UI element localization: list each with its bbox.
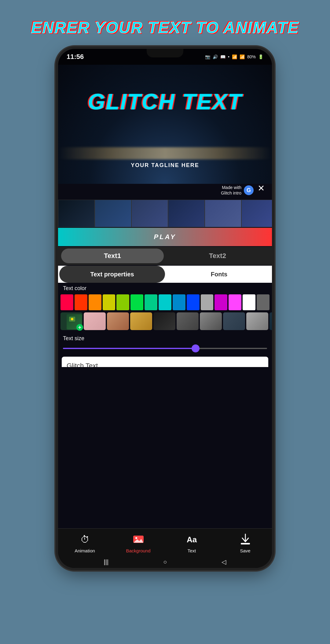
tab-fonts[interactable]: Fonts	[166, 266, 272, 283]
thumb-1[interactable]	[58, 200, 95, 227]
status-time: 11:56	[67, 53, 84, 61]
wifi-icon: 📶	[232, 54, 237, 59]
play-bar[interactable]: PLAY	[58, 228, 272, 246]
save-icon	[239, 533, 252, 546]
nav-text[interactable]: Aa Text	[174, 533, 210, 553]
color-swatch-blue[interactable]	[187, 294, 200, 310]
color-row-1	[61, 293, 270, 311]
texture-teal[interactable]	[270, 312, 272, 330]
book-icon: 📖	[220, 54, 226, 59]
color-swatch-green[interactable]	[130, 294, 143, 310]
texture-rose[interactable]	[84, 312, 106, 330]
watermark-text: Made withGlitch intro	[221, 185, 241, 196]
texture-gold[interactable]	[130, 312, 152, 330]
glitch-title: GLITCH TEXT	[58, 89, 272, 114]
texture-row: +	[61, 311, 270, 331]
status-icons: 📷 🔊 📖 • 📶 📶 80% 🔋	[205, 54, 263, 59]
back-button[interactable]: |||	[104, 558, 109, 566]
color-swatch-cyan-green[interactable]	[145, 294, 157, 310]
nav-save-label: Save	[240, 548, 250, 553]
animation-icon: ⏱	[78, 533, 92, 546]
texture-copper[interactable]	[107, 312, 129, 330]
svg-point-2	[135, 537, 137, 539]
add-circle-icon: +	[76, 324, 83, 331]
texture-gray1[interactable]	[177, 312, 199, 330]
text-size-label: Text size	[63, 335, 84, 342]
nav-save[interactable]: Save	[227, 533, 264, 553]
thumb-3[interactable]	[131, 200, 168, 227]
color-swatch-white[interactable]	[243, 294, 255, 310]
battery-text: 80%	[247, 54, 256, 59]
thumb-5[interactable]	[205, 200, 241, 227]
texture-gray2[interactable]	[200, 312, 222, 330]
city-lights	[58, 147, 272, 159]
screen: 11:56 📷 🔊 📖 • 📶 📶 80% 🔋 GLITCH TEXT YOUR…	[58, 49, 272, 568]
nav-animation-label: Animation	[75, 548, 95, 553]
empty-area	[58, 367, 272, 528]
background-icon	[132, 533, 145, 546]
phone-frame: 11:56 📷 🔊 📖 • 📶 📶 80% 🔋 GLITCH TEXT YOUR…	[58, 49, 272, 568]
home-button[interactable]: ○	[163, 558, 167, 566]
thumb-2[interactable]	[95, 200, 131, 227]
texture-silver[interactable]	[246, 312, 268, 330]
close-button[interactable]: ✕	[258, 183, 265, 193]
color-swatch-orange[interactable]	[89, 294, 101, 310]
slider-track	[63, 348, 267, 349]
header-title: ENRER YOUR TEXT TO ANIMATE	[25, 18, 305, 37]
sound-icon: 🔊	[213, 54, 218, 59]
tab-text1[interactable]: Text1	[61, 249, 164, 263]
thumb-6[interactable]	[241, 200, 272, 227]
color-swatch-sky[interactable]	[173, 294, 185, 310]
color-swatch-magenta[interactable]	[229, 294, 241, 310]
nav-background-label: Background	[126, 548, 150, 553]
color-swatch-dark-gray[interactable]	[257, 294, 270, 310]
recents-button[interactable]: ◁	[222, 558, 226, 566]
slider-thumb[interactable]	[192, 344, 200, 352]
android-nav: ||| ○ ◁	[58, 556, 272, 568]
prop-tabs: Text properties Fonts	[58, 266, 272, 283]
text-size-slider[interactable]	[63, 344, 267, 353]
texture-dark[interactable]	[153, 312, 175, 330]
color-swatch-lime[interactable]	[116, 294, 129, 310]
color-swatch-gray[interactable]	[201, 294, 214, 310]
signal-icon: 📶	[240, 54, 245, 59]
dot-icon: •	[228, 54, 229, 59]
slider-fill	[63, 348, 196, 349]
nav-background[interactable]: Background	[120, 533, 157, 553]
preview-area: GLITCH TEXT YOUR TAGLINE HERE	[58, 65, 272, 184]
texture-dark-blue[interactable]	[223, 312, 245, 330]
text-tabs: Text1 Text2	[58, 247, 272, 265]
battery-icon: 🔋	[258, 54, 263, 59]
photo-icon: 📷	[205, 54, 210, 59]
watermark: Made withGlitch intro G	[221, 185, 254, 196]
thumbnail-strip	[58, 200, 272, 227]
text-icon: Aa	[185, 533, 199, 546]
color-swatch-yellow[interactable]	[103, 294, 116, 310]
phone-notch	[147, 49, 183, 57]
color-swatch-cyan[interactable]	[159, 294, 171, 310]
tab-text2[interactable]: Text2	[166, 249, 269, 263]
add-texture-button[interactable]: +	[61, 312, 82, 330]
color-swatch-purple[interactable]	[215, 294, 227, 310]
play-label: PLAY	[154, 233, 176, 241]
thumb-4[interactable]	[168, 200, 205, 227]
nav-text-label: Text	[188, 548, 196, 553]
tab-text-properties[interactable]: Text properties	[59, 266, 165, 283]
nav-animation[interactable]: ⏱ Animation	[67, 533, 103, 553]
color-swatch-orange-red[interactable]	[75, 294, 87, 310]
color-swatch-red[interactable]	[61, 294, 73, 310]
watermark-logo: G	[244, 185, 254, 195]
svg-rect-4	[241, 543, 250, 544]
text-color-label: Text color	[63, 285, 86, 292]
tagline-text: YOUR TAGLINE HERE	[58, 162, 272, 169]
